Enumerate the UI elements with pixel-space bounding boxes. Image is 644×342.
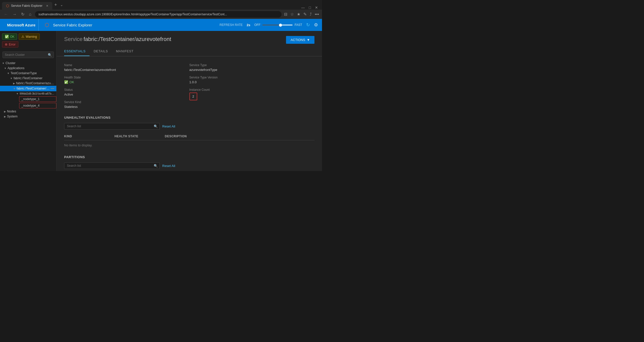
health-value: ✅ OK [64,80,189,84]
new-tab-button[interactable]: + [52,2,59,8]
warning-status-button[interactable]: ⚠ Warning [19,33,39,40]
partition-label: 99fdd2d8-3b1f-bc48-a87b-cbaac349a3ec [20,92,54,95]
browser-action-buttons: ⊟ ☆ ★ ✎ ⤴ ••• [284,12,319,17]
app-header: Microsoft Azure ⬡ Service Fabric Explore… [0,19,322,31]
search-cluster-icon: 🔍 [48,53,52,57]
tree-system[interactable]: ▶ System [0,114,56,119]
search-cluster-wrap: 🔍 [3,52,54,58]
col-health: Health State [114,135,165,138]
nodes-chevron: ▶ [4,110,6,113]
status-field: Status Active [64,86,189,98]
unhealthy-search-input[interactable] [64,123,160,130]
partition-chevron: ▼ [16,92,19,95]
refresh-slider-container[interactable]: OFF FAST [254,23,302,27]
reader-view-icon[interactable]: ⊟ [284,12,287,17]
nodetype-4-container: _nodetype_4 [0,102,56,109]
settings-icon[interactable]: ⚙ [314,22,318,28]
refresh-rate-label: REFRESH RATE [220,23,243,27]
ok-icon: ✅ [5,35,9,38]
tree-test-container-type[interactable]: ▼ TestContainerType [0,71,56,76]
service-name: fabric:/TestContainer/azurevotefront [84,36,171,42]
actions-button[interactable]: ACTIONS ▼ [286,36,314,44]
health-ok-text: OK [69,80,74,84]
unhealthy-title: UNHEALTHY EVALUATIONS [64,116,314,119]
partitions-title: PARTITIONS [64,155,314,159]
refresh-button[interactable]: ↻ [20,11,25,18]
tab-close-button[interactable]: ✕ [46,4,48,8]
favorites-icon[interactable]: ★ [297,12,300,17]
tab-details[interactable]: DETAILS [94,47,112,56]
azureback-chevron: ▶ [13,82,15,85]
active-tab[interactable]: ⬡ Service Fabric Explorer ✕ [2,2,52,10]
actions-label: ACTIONS [291,38,305,42]
unhealthy-section: UNHEALTHY EVALUATIONS 🔍 Reset All Kind H… [57,116,322,155]
tree-applications[interactable]: ▼ Applications [0,66,56,71]
partitions-reset-all[interactable]: Reset All [162,164,175,168]
main-layout: ✅ OK ⚠ Warning ⊗ Error 🔍 ▼ Clus [0,31,322,171]
status-value: Active [64,93,189,96]
off-label: OFF [254,23,260,27]
tab-essentials[interactable]: ESSENTIALS [64,47,90,56]
unhealthy-reset-all[interactable]: Reset All [162,124,175,128]
service-type-field: Service Type azurevotefrontType [189,61,315,74]
essentials-left: Name fabric:/TestContainer/azurevotefron… [64,61,189,111]
app-title: Service Fabric Explorer [53,23,92,27]
error-status-button[interactable]: ⊗ Error [2,41,18,48]
more-icon[interactable]: ••• [315,12,319,17]
tree-nodes[interactable]: ▶ Nodes [0,109,56,114]
tree-fabric-azureback[interactable]: ▶ fabric:/TestContainer/azurevoterback [0,81,56,86]
health-field: Health State ✅ OK [64,74,189,86]
unhealthy-search-bar: 🔍 Reset All [64,123,314,130]
health-ok-icon: ✅ [64,80,68,84]
pen-icon[interactable]: ✎ [303,12,307,17]
service-prefix: Service [64,36,83,42]
partitions-search-icon: 🔍 [154,164,158,168]
test-container-type-label: TestContainerType [11,71,54,75]
error-label: Error [9,43,16,46]
browser-chrome: ⬡ Service Fabric Explorer ✕ + ⌄ — □ ✕ ← … [0,0,322,19]
applications-label: Applications [8,66,54,70]
address-input[interactable] [35,11,282,18]
home-button[interactable]: ⌂ [28,11,32,18]
nodetype-1-label: _nodetype_1 [21,97,54,101]
share-icon[interactable]: ⤴ [310,12,312,17]
azurefront-more-button[interactable]: ••• [51,87,54,91]
tab-manifest[interactable]: MANIFEST [116,47,138,56]
forward-button[interactable]: → [12,11,18,18]
service-type-label: Service Type [189,63,315,67]
tree-fabric-azurefront[interactable]: ▼ fabric:/TestContainer/azurevotefront •… [0,86,56,91]
test-container-type-chevron: ▼ [7,72,10,75]
tree-fabric-test-container[interactable]: ▼ fabric:/TestContainer [0,76,56,81]
refresh-slider[interactable] [262,25,293,25]
ok-status-button[interactable]: ✅ OK [2,33,17,40]
essentials-section: Name fabric:/TestContainer/azurevotefron… [57,56,322,116]
tree-nodetype-4[interactable]: _nodetype_4 [19,103,56,108]
nodes-label: Nodes [7,110,54,113]
service-type-value: azurevotefrontType [189,68,315,72]
system-label: System [7,115,54,118]
sidebar: ✅ OK ⚠ Warning ⊗ Error 🔍 ▼ Clus [0,31,57,171]
name-label: Name [64,63,189,67]
bookmark-icon[interactable]: ☆ [290,12,294,17]
instance-count-value: 2 [192,95,194,98]
azure-logo: Microsoft Azure [4,19,39,31]
name-value: fabric:/TestContainer/azurevotefront [64,68,189,72]
warning-label: Warning [26,35,37,38]
tree-cluster[interactable]: ▼ Cluster [0,61,56,66]
header-right: REFRESH RATE 2s OFF FAST ↻ ⚙ [220,22,318,28]
close-browser-button[interactable]: ✕ [315,6,318,10]
refresh-icon[interactable]: ↻ [306,22,310,28]
fast-label: FAST [295,23,302,27]
tab-list-button[interactable]: ⌄ [60,3,63,7]
back-button[interactable]: ← [3,11,9,18]
azureback-label: fabric:/TestContainer/azurevoterback [16,81,54,85]
partitions-search-input[interactable] [64,162,160,169]
tree-nodetype-1[interactable]: _nodetype_1 [19,96,56,102]
maximize-button[interactable]: □ [309,6,311,10]
tree-partition[interactable]: ▼ 99fdd2d8-3b1f-bc48-a87b-cbaac349a3ec [0,91,56,96]
search-cluster-input[interactable] [3,52,54,58]
minimize-button[interactable]: — [301,6,305,10]
unhealthy-no-items: No items to display. [64,140,314,150]
content-header: Service fabric:/TestContainer/azurevotef… [57,31,322,44]
azurefront-label: fabric:/TestContainer/azurevotefront [17,87,50,90]
